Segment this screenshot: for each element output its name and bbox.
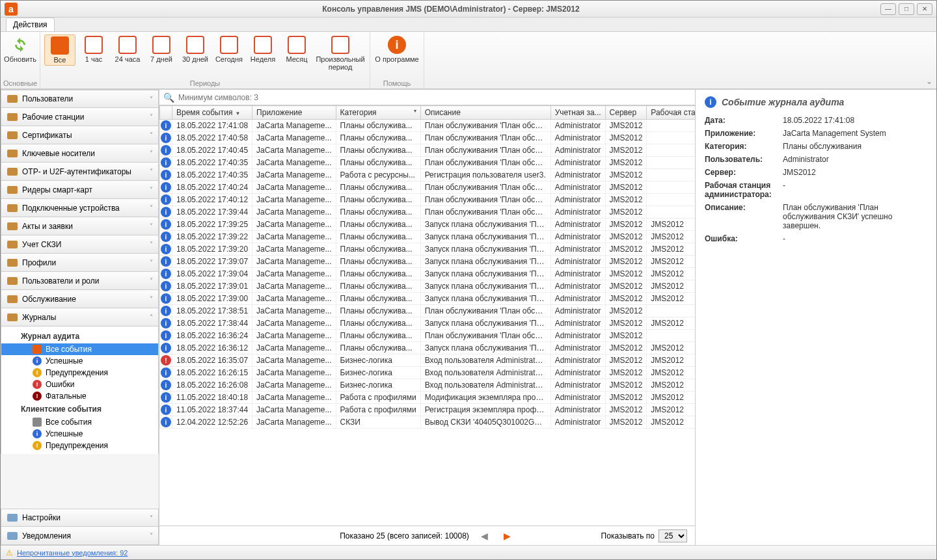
cell-server: JMS2012 (605, 404, 647, 416)
col-server[interactable]: Сервер (605, 106, 647, 120)
sidebar-item-maint[interactable]: Обслуживание˅ (1, 290, 159, 308)
audit-item-3[interactable]: !Ошибки (1, 379, 158, 390)
minimize-button[interactable]: — (880, 3, 896, 15)
sidebar-item-acts[interactable]: Акты и заявки˅ (1, 217, 159, 235)
table-row[interactable]: i18.05.2022 17:40:12JaCarta Manageme...П… (160, 194, 696, 206)
details-row-5: Рабочая станция администратора:- (705, 181, 927, 199)
sidebar-item-journals[interactable]: Журналы˄ (1, 308, 159, 327)
period-7days-button[interactable]: 7 дней (146, 34, 177, 64)
cell-account: Administrator (550, 206, 605, 219)
pager-next-button[interactable]: ▶ (500, 531, 515, 541)
sidebar-item-devices[interactable]: Подключенные устройства˅ (1, 199, 159, 217)
client-item-0[interactable]: Все события (1, 416, 158, 428)
table-row[interactable]: i18.05.2022 17:38:44JaCarta Manageme...П… (160, 317, 696, 330)
col-time[interactable]: Время события▼ (172, 106, 252, 120)
sidebar-item-users[interactable]: Пользователи˅ (1, 90, 159, 108)
about-button[interactable]: iО программе (374, 34, 420, 64)
cell-server: JMS2012 (605, 243, 647, 256)
col-account[interactable]: Учетная за... (550, 106, 605, 120)
cell-desc: Запуск плана обслуживания 'План обсл... (420, 243, 550, 256)
period-month-button[interactable]: Месяц (281, 34, 312, 64)
sidebar-item-workstations[interactable]: Рабочие станции˅ (1, 108, 159, 126)
warn-icon: ! (33, 368, 42, 377)
grid-scroll[interactable]: Время события▼ПриложениеКатегория▾Описан… (159, 105, 695, 526)
table-row[interactable]: i18.05.2022 17:39:00JaCarta Manageme...П… (160, 293, 696, 305)
table-row[interactable]: i18.05.2022 17:40:24JaCarta Manageme...П… (160, 181, 696, 194)
sidebar-item-settings[interactable]: Настройки˅ (1, 509, 159, 527)
sidebar-item-otp[interactable]: OTP- и U2F-аутентификаторы˅ (1, 163, 159, 181)
table-row[interactable]: i11.05.2022 18:37:44JaCarta Manageme...Р… (160, 404, 696, 416)
cell-app: JaCarta Manageme... (252, 256, 336, 268)
audit-item-0[interactable]: Все события (1, 343, 158, 355)
cell-time: 18.05.2022 17:39:25 (172, 219, 252, 231)
sidebar-item-skzi[interactable]: Учет СКЗИ˅ (1, 235, 159, 254)
period-30days-button[interactable]: 30 дней (180, 34, 211, 64)
sidebar-item-keys[interactable]: Ключевые носители˅ (1, 144, 159, 163)
devices-icon (7, 203, 18, 213)
table-row[interactable]: i18.05.2022 17:39:44JaCarta Manageme...П… (160, 206, 696, 219)
page-size-select[interactable]: 25 (659, 529, 687, 542)
maint-icon (7, 294, 18, 304)
refresh-button[interactable]: Обновить (5, 34, 36, 64)
table-row[interactable]: !18.05.2022 16:35:07JaCarta Manageme...Б… (160, 354, 696, 367)
table-row[interactable]: i18.05.2022 16:36:12JaCarta Manageme...П… (160, 342, 696, 354)
table-row[interactable]: i18.05.2022 17:40:35JaCarta Manageme...Р… (160, 169, 696, 181)
period-1hour-button[interactable]: 1 час (78, 34, 109, 64)
sidebar-item-label: Журналы (22, 313, 56, 322)
col-desc[interactable]: Описание (420, 106, 550, 120)
sidebar-item-profiles[interactable]: Профили˅ (1, 254, 159, 272)
search-input[interactable] (178, 93, 691, 102)
sidebar-item-notifications[interactable]: Уведомления˅ (1, 527, 159, 545)
client-item-1[interactable]: iУспешные (1, 428, 158, 440)
table-row[interactable]: i18.05.2022 17:39:01JaCarta Manageme...П… (160, 280, 696, 293)
period-all-button[interactable]: Все (44, 34, 75, 66)
col-app[interactable]: Приложение (252, 106, 336, 120)
sidebar-item-usersroles[interactable]: Пользователи и роли˅ (1, 272, 159, 290)
maximize-button[interactable]: □ (899, 3, 914, 15)
cell-ws (647, 132, 695, 144)
unread-notifications-link[interactable]: Непрочитанные уведомления: 92 (17, 549, 128, 557)
cell-desc: Запуск плана обслуживания 'План обсл... (420, 231, 550, 243)
audit-item-2[interactable]: !Предупреждения (1, 367, 158, 379)
audit-item-4[interactable]: !Фатальные (1, 390, 158, 402)
table-row[interactable]: i18.05.2022 16:36:24JaCarta Manageme...П… (160, 330, 696, 342)
searchbar: 🔍 (159, 90, 695, 105)
cell-account: Administrator (550, 367, 605, 379)
table-row[interactable]: i18.05.2022 17:39:25JaCarta Manageme...П… (160, 219, 696, 231)
acts-icon (7, 221, 18, 232)
sidebar-item-readers[interactable]: Ридеры смарт-карт˅ (1, 181, 159, 199)
table-row[interactable]: i12.04.2022 12:52:26JaCarta Manageme...С… (160, 416, 696, 429)
period-today-button[interactable]: Сегодня (213, 34, 245, 64)
table-row[interactable]: i18.05.2022 17:41:08JaCarta Manageme...П… (160, 120, 696, 132)
sidebar-item-certs[interactable]: Сертификаты˅ (1, 126, 159, 144)
client-item-2[interactable]: !Предупреждения (1, 440, 158, 451)
table-row[interactable]: i18.05.2022 17:39:22JaCarta Manageme...П… (160, 231, 696, 243)
table-row[interactable]: i18.05.2022 17:39:04JaCarta Manageme...П… (160, 268, 696, 280)
svg-rect-12 (7, 313, 18, 321)
audit-item-1[interactable]: iУспешные (1, 355, 158, 367)
table-row[interactable]: i18.05.2022 17:40:35JaCarta Manageme...П… (160, 157, 696, 169)
close-button[interactable]: ✕ (917, 3, 932, 15)
table-row[interactable]: i18.05.2022 16:26:08JaCarta Manageme...Б… (160, 379, 696, 392)
period-week-button[interactable]: Неделя (247, 34, 278, 64)
col-category[interactable]: Категория▾ (336, 106, 420, 120)
cell-category: Планы обслужива... (336, 330, 420, 342)
row-icon-cell: i (160, 144, 172, 157)
period-custom-button[interactable]: Произвольный период (315, 34, 366, 72)
table-row[interactable]: i18.05.2022 17:40:58JaCarta Manageme...П… (160, 132, 696, 144)
cell-server: JMS2012 (605, 231, 647, 243)
col-icon[interactable] (160, 106, 172, 120)
table-row[interactable]: i18.05.2022 17:39:07JaCarta Manageme...П… (160, 256, 696, 268)
table-row[interactable]: i11.05.2022 18:40:18JaCarta Manageme...Р… (160, 392, 696, 404)
cell-server: JMS2012 (605, 256, 647, 268)
cell-ws: JMS2012 (647, 379, 695, 392)
table-row[interactable]: i18.05.2022 17:39:20JaCarta Manageme...П… (160, 243, 696, 256)
col-ws[interactable]: Рабочая ста... (647, 106, 695, 120)
pager-prev-button[interactable]: ◀ (477, 531, 492, 541)
table-row[interactable]: i18.05.2022 17:38:51JaCarta Manageme...П… (160, 305, 696, 317)
ribbon-collapse-button[interactable]: ⌄ (926, 77, 932, 86)
tab-actions[interactable]: Действия (6, 18, 55, 31)
period-24hours-button[interactable]: 24 часа (112, 34, 143, 64)
table-row[interactable]: i18.05.2022 17:40:45JaCarta Manageme...П… (160, 144, 696, 157)
table-row[interactable]: i18.05.2022 16:26:15JaCarta Manageme...Б… (160, 367, 696, 379)
